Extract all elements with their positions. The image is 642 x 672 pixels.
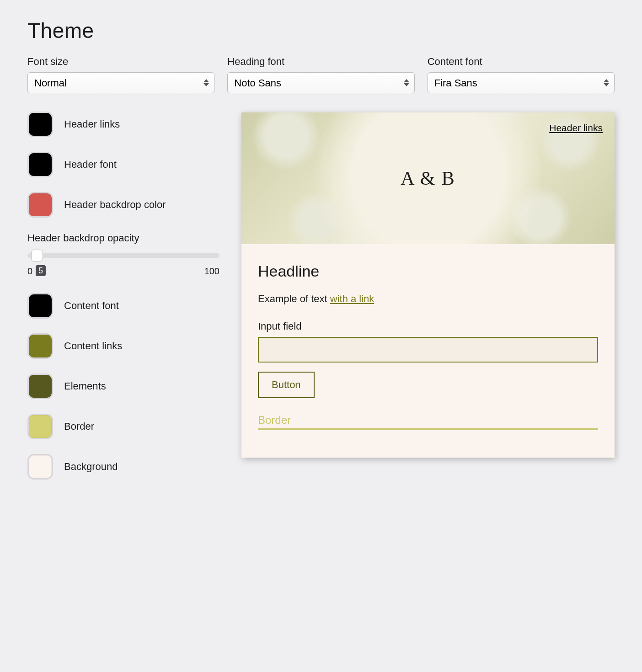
preview-sample-link[interactable]: with a link xyxy=(330,293,374,304)
swatch-label: Elements xyxy=(64,380,106,392)
swatch-elements: Elements xyxy=(27,373,219,399)
swatch-background: Background xyxy=(27,454,219,480)
page-title: Theme xyxy=(27,18,615,43)
slider-thumb[interactable] xyxy=(31,250,43,261)
heading-font-select[interactable]: Noto Sans xyxy=(227,72,414,93)
heading-font-group: Heading font Noto Sans xyxy=(227,56,414,93)
slider-max: 100 xyxy=(204,266,219,277)
preview-border-sample: Border xyxy=(258,414,598,430)
swatch-border: Border xyxy=(27,414,219,439)
color-swatch-background[interactable] xyxy=(27,454,53,480)
preview-input-label: Input field xyxy=(258,320,598,332)
color-swatch-header-links[interactable] xyxy=(27,112,53,137)
swatch-label: Border xyxy=(64,421,94,432)
heading-font-label: Heading font xyxy=(227,56,414,68)
slider-min: 0 xyxy=(27,266,32,277)
preview-header-link[interactable]: Header links xyxy=(549,123,603,133)
swatch-content-links: Content links xyxy=(27,333,219,359)
controls-column: Header links Header font Header backdrop… xyxy=(27,112,219,494)
color-swatch-header-backdrop[interactable] xyxy=(27,192,53,218)
content-font-select-wrap: Fira Sans xyxy=(428,72,615,93)
font-settings-row: Font size Normal Heading font Noto Sans … xyxy=(27,56,615,93)
swatch-label: Content links xyxy=(64,340,122,352)
color-swatch-elements[interactable] xyxy=(27,373,53,399)
slider-rail xyxy=(27,253,219,258)
font-size-group: Font size Normal xyxy=(27,56,214,93)
swatch-label: Content font xyxy=(64,300,119,312)
slider-scale: 0 5 100 xyxy=(27,266,219,277)
preview-headline: Headline xyxy=(258,262,598,280)
preview-input[interactable] xyxy=(258,337,598,363)
preview-sample-text: Example of text with a link xyxy=(258,293,598,305)
preview-body: Headline Example of text with a link Inp… xyxy=(241,244,615,458)
preview-monogram: A & B xyxy=(401,167,455,189)
content-font-label: Content font xyxy=(428,56,615,68)
swatch-header-backdrop-color: Header backdrop color xyxy=(27,192,219,218)
slider-value-badge: 5 xyxy=(36,265,46,276)
color-swatch-border[interactable] xyxy=(27,414,53,439)
content-font-group: Content font Fira Sans xyxy=(428,56,615,93)
preview-column: Header links A & B Headline Example of t… xyxy=(241,112,615,494)
opacity-slider[interactable] xyxy=(27,250,219,261)
swatch-header-font: Header font xyxy=(27,152,219,177)
opacity-slider-group: Header backdrop opacity 0 5 100 xyxy=(27,232,219,277)
swatch-label: Background xyxy=(64,461,118,473)
font-size-select-wrap: Normal xyxy=(27,72,214,93)
font-size-label: Font size xyxy=(27,56,214,68)
content-font-select[interactable]: Fira Sans xyxy=(428,72,615,93)
opacity-label: Header backdrop opacity xyxy=(27,232,219,244)
color-swatch-content-font[interactable] xyxy=(27,293,53,319)
preview-header: Header links A & B xyxy=(241,112,615,244)
swatch-header-links: Header links xyxy=(27,112,219,137)
preview-sample-text-static: Example of text xyxy=(258,293,330,304)
swatch-label: Header backdrop color xyxy=(64,199,166,211)
color-swatch-content-links[interactable] xyxy=(27,333,53,359)
preview-button[interactable]: Button xyxy=(258,372,315,398)
font-size-select[interactable]: Normal xyxy=(27,72,214,93)
heading-font-select-wrap: Noto Sans xyxy=(227,72,414,93)
swatch-content-font: Content font xyxy=(27,293,219,319)
color-swatch-header-font[interactable] xyxy=(27,152,53,177)
swatch-label: Header font xyxy=(64,159,117,171)
swatch-label: Header links xyxy=(64,118,120,130)
preview-card: Header links A & B Headline Example of t… xyxy=(241,112,615,458)
